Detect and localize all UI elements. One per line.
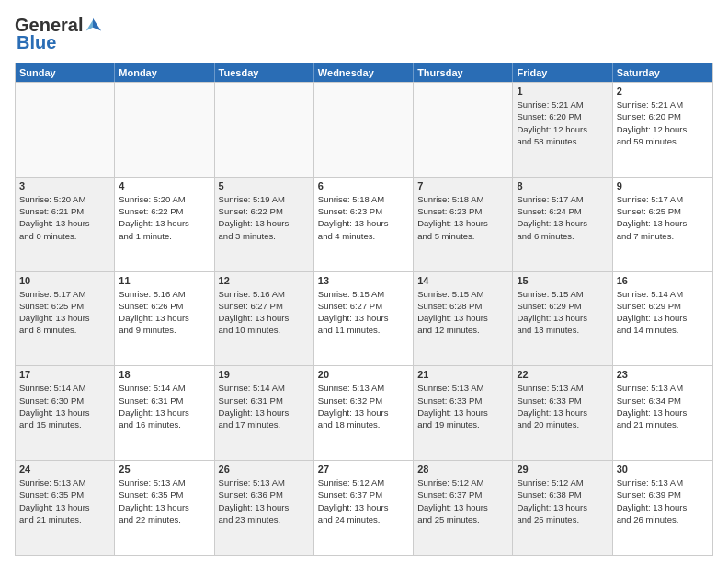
day-info: Sunrise: 5:17 AM Sunset: 6:24 PM Dayligh… [517,193,608,242]
day-number: 24 [19,464,110,475]
calendar-cell: 9Sunrise: 5:17 AM Sunset: 6:25 PM Daylig… [613,178,712,271]
header-day-wednesday: Wednesday [314,63,414,82]
day-number: 18 [119,369,210,380]
calendar-cell: 19Sunrise: 5:14 AM Sunset: 6:31 PM Dayli… [215,366,314,460]
calendar-cell: 23Sunrise: 5:13 AM Sunset: 6:34 PM Dayli… [613,366,712,460]
day-info: Sunrise: 5:13 AM Sunset: 6:32 PM Dayligh… [318,382,409,431]
calendar-cell: 1Sunrise: 5:21 AM Sunset: 6:20 PM Daylig… [513,83,612,177]
day-number: 7 [417,180,508,191]
day-info: Sunrise: 5:12 AM Sunset: 6:38 PM Dayligh… [517,477,608,525]
calendar-cell: 8Sunrise: 5:17 AM Sunset: 6:24 PM Daylig… [513,178,612,271]
day-info: Sunrise: 5:13 AM Sunset: 6:39 PM Dayligh… [617,477,709,525]
calendar: SundayMondayTuesdayWednesdayThursdayFrid… [15,63,713,556]
day-number: 25 [119,464,210,475]
day-number: 29 [517,464,608,475]
calendar-cell: 22Sunrise: 5:13 AM Sunset: 6:33 PM Dayli… [513,366,612,460]
day-info: Sunrise: 5:13 AM Sunset: 6:35 PM Dayligh… [119,477,210,525]
calendar-week-2: 10Sunrise: 5:17 AM Sunset: 6:25 PM Dayli… [16,271,712,366]
day-number: 19 [219,369,310,380]
day-number: 17 [19,369,110,380]
calendar-cell [215,83,314,177]
calendar-cell: 13Sunrise: 5:15 AM Sunset: 6:27 PM Dayli… [314,272,414,366]
calendar-cell: 27Sunrise: 5:12 AM Sunset: 6:37 PM Dayli… [314,461,414,555]
calendar-week-0: 1Sunrise: 5:21 AM Sunset: 6:20 PM Daylig… [16,82,712,177]
day-info: Sunrise: 5:21 AM Sunset: 6:20 PM Dayligh… [517,98,608,147]
header-day-tuesday: Tuesday [215,63,314,82]
calendar-week-3: 17Sunrise: 5:14 AM Sunset: 6:30 PM Dayli… [16,365,712,460]
day-number: 20 [318,369,409,380]
calendar-cell: 30Sunrise: 5:13 AM Sunset: 6:39 PM Dayli… [613,461,712,555]
day-number: 3 [19,180,110,191]
calendar-cell: 16Sunrise: 5:14 AM Sunset: 6:29 PM Dayli… [613,272,712,366]
header-day-friday: Friday [513,63,612,82]
day-number: 27 [318,464,409,475]
day-number: 14 [417,275,508,286]
day-info: Sunrise: 5:14 AM Sunset: 6:29 PM Dayligh… [617,288,709,337]
day-info: Sunrise: 5:17 AM Sunset: 6:25 PM Dayligh… [617,193,709,242]
day-number: 28 [417,464,508,475]
calendar-week-1: 3Sunrise: 5:20 AM Sunset: 6:21 PM Daylig… [16,177,712,271]
logo: General Blue [15,15,103,53]
svg-marker-1 [86,19,93,30]
day-number: 26 [219,464,310,475]
header-day-sunday: Sunday [16,63,115,82]
day-info: Sunrise: 5:20 AM Sunset: 6:21 PM Dayligh… [19,193,110,242]
day-info: Sunrise: 5:14 AM Sunset: 6:30 PM Dayligh… [19,382,110,431]
calendar-cell: 17Sunrise: 5:14 AM Sunset: 6:30 PM Dayli… [16,366,115,460]
calendar-cell: 11Sunrise: 5:16 AM Sunset: 6:26 PM Dayli… [115,272,214,366]
calendar-cell: 12Sunrise: 5:16 AM Sunset: 6:27 PM Dayli… [215,272,314,366]
day-info: Sunrise: 5:18 AM Sunset: 6:23 PM Dayligh… [417,193,508,242]
calendar-cell: 28Sunrise: 5:12 AM Sunset: 6:37 PM Dayli… [414,461,513,555]
header-day-monday: Monday [115,63,214,82]
calendar-cell: 21Sunrise: 5:13 AM Sunset: 6:33 PM Dayli… [414,366,513,460]
calendar-cell: 24Sunrise: 5:13 AM Sunset: 6:35 PM Dayli… [16,461,115,555]
calendar-cell: 26Sunrise: 5:13 AM Sunset: 6:36 PM Dayli… [215,461,314,555]
calendar-cell: 2Sunrise: 5:21 AM Sunset: 6:20 PM Daylig… [613,83,712,177]
calendar-cell: 18Sunrise: 5:14 AM Sunset: 6:31 PM Dayli… [115,366,214,460]
day-info: Sunrise: 5:13 AM Sunset: 6:34 PM Dayligh… [617,382,709,431]
day-number: 16 [617,275,709,286]
day-info: Sunrise: 5:17 AM Sunset: 6:25 PM Dayligh… [19,288,110,337]
day-number: 5 [219,180,310,191]
day-info: Sunrise: 5:13 AM Sunset: 6:33 PM Dayligh… [417,382,508,431]
calendar-cell [16,83,115,177]
day-info: Sunrise: 5:14 AM Sunset: 6:31 PM Dayligh… [219,382,310,431]
day-number: 4 [119,180,210,191]
day-number: 1 [517,86,608,97]
day-number: 30 [617,464,709,475]
day-number: 10 [19,275,110,286]
day-info: Sunrise: 5:14 AM Sunset: 6:31 PM Dayligh… [119,382,210,431]
day-number: 8 [517,180,608,191]
calendar-cell: 25Sunrise: 5:13 AM Sunset: 6:35 PM Dayli… [115,461,214,555]
calendar-header: SundayMondayTuesdayWednesdayThursdayFrid… [16,63,712,82]
calendar-cell: 7Sunrise: 5:18 AM Sunset: 6:23 PM Daylig… [414,178,513,271]
calendar-cell: 15Sunrise: 5:15 AM Sunset: 6:29 PM Dayli… [513,272,612,366]
calendar-cell: 20Sunrise: 5:13 AM Sunset: 6:32 PM Dayli… [314,366,414,460]
day-info: Sunrise: 5:21 AM Sunset: 6:20 PM Dayligh… [617,98,709,147]
calendar-cell: 29Sunrise: 5:12 AM Sunset: 6:38 PM Dayli… [513,461,612,555]
day-number: 21 [417,369,508,380]
calendar-cell [314,83,414,177]
day-info: Sunrise: 5:16 AM Sunset: 6:26 PM Dayligh… [119,288,210,337]
day-info: Sunrise: 5:13 AM Sunset: 6:36 PM Dayligh… [219,477,310,525]
calendar-cell: 5Sunrise: 5:19 AM Sunset: 6:22 PM Daylig… [215,178,314,271]
day-number: 22 [517,369,608,380]
day-info: Sunrise: 5:12 AM Sunset: 6:37 PM Dayligh… [417,477,508,525]
calendar-cell [414,83,513,177]
day-info: Sunrise: 5:20 AM Sunset: 6:22 PM Dayligh… [119,193,210,242]
calendar-body: 1Sunrise: 5:21 AM Sunset: 6:20 PM Daylig… [16,82,712,555]
day-number: 9 [617,180,709,191]
calendar-cell: 4Sunrise: 5:20 AM Sunset: 6:22 PM Daylig… [115,178,214,271]
calendar-cell: 10Sunrise: 5:17 AM Sunset: 6:25 PM Dayli… [16,272,115,366]
day-number: 11 [119,275,210,286]
header: General Blue [15,15,713,53]
day-info: Sunrise: 5:12 AM Sunset: 6:37 PM Dayligh… [318,477,409,525]
day-number: 12 [219,275,310,286]
logo-icon [84,17,102,35]
day-info: Sunrise: 5:13 AM Sunset: 6:35 PM Dayligh… [19,477,110,525]
day-number: 13 [318,275,409,286]
day-info: Sunrise: 5:19 AM Sunset: 6:22 PM Dayligh… [219,193,310,242]
day-number: 2 [617,86,709,97]
day-info: Sunrise: 5:15 AM Sunset: 6:28 PM Dayligh… [417,288,508,337]
day-number: 23 [617,369,709,380]
